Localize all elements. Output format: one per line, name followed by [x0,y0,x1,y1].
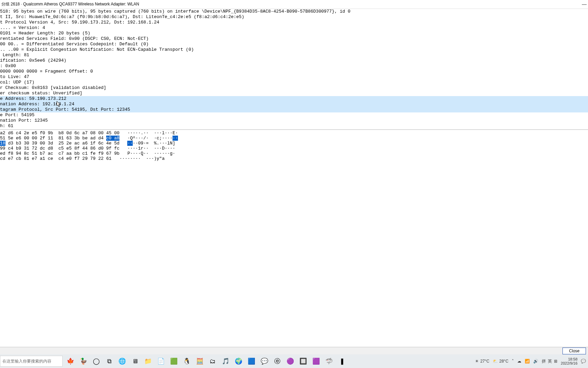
hex-row[interactable]: a2 d6 c4 2e e5 f0 9b b8 0d 6c a7 08 00 4… [0,131,588,136]
hex-row[interactable]: cd e7 cb 81 e7 a1 ce c4 e0 f7 29 79 22 6… [0,156,588,161]
taskbar-ie-icon[interactable]: ⓔ [272,355,283,367]
clock-date: 2022/9/16 [561,361,577,365]
taskbar-notepad-icon[interactable]: 📄 [155,355,167,367]
taskbar-filemgr-icon[interactable]: 🗂 [207,355,218,367]
taskbar-screen-icon[interactable]: 🔲 [297,355,309,367]
taskbar-vscode-icon[interactable]: 🟪 [310,355,322,367]
detail-line[interactable]: t II, Src: HuaweiTe_0d:6c:a7 (f0:9b:b8:0… [0,14,588,20]
wifi-icon[interactable]: 📶 [525,359,530,364]
volume-icon[interactable]: 🔊 [533,359,538,364]
minimize-icon[interactable]: — [582,0,587,9]
hex-row[interactable]: ed f8 94 8c 51 b7 ac c7 aa bb c1 fe f9 6… [0,151,588,156]
taskbar-eclipse-icon[interactable]: 🟣 [284,355,296,367]
packet-bytes-pane[interactable]: a2 d6 c4 2e e5 f0 9b b8 0d 6c a7 08 00 4… [0,129,588,161]
detail-line[interactable]: e Address: 59.190.173.212 [0,96,588,102]
taskbar-todo-icon[interactable]: 🟩 [168,355,180,367]
detail-line[interactable]: 0000 0000 0000 = Fragment Offset: 0 [0,69,588,74]
taskbar-wechat-icon[interactable]: 💬 [259,355,270,367]
dialog-button-bar: Close [0,347,588,354]
taskbar-cortana-icon[interactable]: ◯ [91,355,102,367]
onedrive-icon[interactable]: ☁ [517,359,521,364]
weather-widget[interactable]: ☀ 27°C [475,359,489,364]
ime-lang: 英 [548,358,552,364]
hex-row[interactable]: 18 d3 b3 30 39 00 3d 25 2e ac a6 1f 6c 4… [0,141,588,146]
detail-line[interactable]: ification: 0x5ee6 (24294) [0,58,588,63]
chevron-up-icon[interactable]: ˄ [512,359,514,364]
detail-line[interactable]: t Protocol Version 4, Src: 59.190.173.21… [0,20,588,25]
weather-temp: 27°C [480,359,489,364]
window-titlebar: 分组 2618 · Qualcomm Atheros QCA9377 Wirel… [0,0,588,9]
taskbar-music-icon[interactable]: 🎵 [220,355,231,367]
ime-grid-icon: ⊞ [554,359,557,364]
system-tray[interactable]: ☀ 27°C ⛅ 28°C ˄ ☁ 📶 🔊 拼 英 ⊞ 18:58 2022/9… [473,357,588,365]
taskbar-browser-icon[interactable]: 🌍 [233,355,244,367]
detail-line[interactable]: .... = Version: 4 [0,25,588,31]
detail-line[interactable]: 0101 = Header Length: 20 bytes (5) [0,31,588,36]
cloud-icon: ⛅ [493,359,498,364]
taskbar-calc-icon[interactable]: 🧮 [194,355,206,367]
taskbar-globe-icon[interactable]: 🌐 [116,355,128,367]
detail-line[interactable]: e Port: 54195 [0,112,588,118]
detail-line[interactable]: .. ..00 = Explicit Congestion Notificati… [0,47,588,52]
weather-widget-2[interactable]: ⛅ 28°C [493,359,508,364]
detail-line[interactable]: col: UDP (17) [0,80,588,85]
detail-line[interactable]: h: 61 [0,123,588,129]
close-button[interactable]: Close [562,348,586,354]
taskbar-search-input[interactable]: 在这里输入你要搜索的内容 [0,356,63,367]
clock-time: 18:58 [568,357,577,361]
ime-indicator[interactable]: 拼 英 ⊞ [542,358,557,364]
detail-line[interactable]: : 0x00 [0,63,588,69]
taskbar-edge-icon[interactable]: 🟦 [246,355,257,367]
ime-pinyin: 拼 [542,358,546,364]
taskbar-wireshark-icon[interactable]: 🦈 [323,355,335,367]
taskbar-terminal-icon[interactable]: ❚ [336,355,348,367]
detail-line[interactable]: 00 00.. = Differentiated Services Codepo… [0,42,588,47]
notifications-icon[interactable]: 💬 [581,359,586,364]
detail-line[interactable]: tagram Protocol, Src Port: 54195, Dst Po… [0,107,588,112]
sun-icon: ☀ [475,359,479,364]
detail-line[interactable]: rentiated Services Field: 0x00 (DSCP: CS… [0,36,588,42]
taskbar-taskview-icon[interactable]: ⧉ [103,355,115,367]
taskbar-clock[interactable]: 18:58 2022/9/16 [561,357,577,365]
detail-line[interactable]: 518: 95 bytes on wire (760 bits), 95 byt… [0,9,588,14]
taskbar-folder-icon[interactable]: 📁 [142,355,154,367]
taskbar-app-icons: 🍁🦆◯⧉🌐🖥📁📄🟩🐧🧮🗂🎵🌍🟦💬ⓔ🟣🔲🟪🦈❚ [65,354,348,368]
taskbar-leaf-icon[interactable]: 🍁 [65,355,76,367]
detail-line[interactable]: nation Address: 192.168.1.24 [0,102,588,107]
windows-taskbar[interactable]: 在这里输入你要搜索的内容 🍁🦆◯⧉🌐🖥📁📄🟩🐧🧮🗂🎵🌍🟦💬ⓔ🟣🔲🟪🦈❚ ☀ 27… [0,354,588,368]
window-title: 分组 2618 · Qualcomm Atheros QCA9377 Wirel… [1,0,139,9]
detail-line[interactable]: er checksum status: Unverified] [0,91,588,96]
detail-line[interactable]: nation Port: 12345 [0,118,588,123]
weather-temp-2: 28°C [499,359,508,364]
hex-row[interactable]: 51 5e e6 00 00 2f 11 81 63 3b be ad d4 c… [0,136,588,141]
hex-row[interactable]: 99 c4 b9 31 72 dc d8 c5 e5 8f 44 86 d0 9… [0,146,588,151]
detail-line[interactable]: to Live: 47 [0,74,588,80]
taskbar-monitor-icon[interactable]: 🖥 [129,355,141,367]
taskbar-qq-icon[interactable]: 🐧 [181,355,193,367]
taskbar-goose-icon[interactable]: 🦆 [78,355,89,367]
detail-line[interactable]: Length: 81 [0,52,588,58]
detail-line[interactable]: r Checksum: 0x8163 [validation disabled] [0,85,588,91]
packet-details-pane[interactable]: 518: 95 bytes on wire (760 bits), 95 byt… [0,9,588,129]
